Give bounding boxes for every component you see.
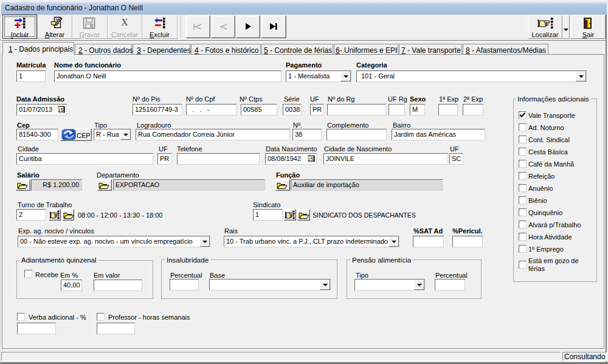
svg-text:15: 15 — [307, 156, 313, 162]
svg-text:15: 15 — [57, 107, 63, 113]
